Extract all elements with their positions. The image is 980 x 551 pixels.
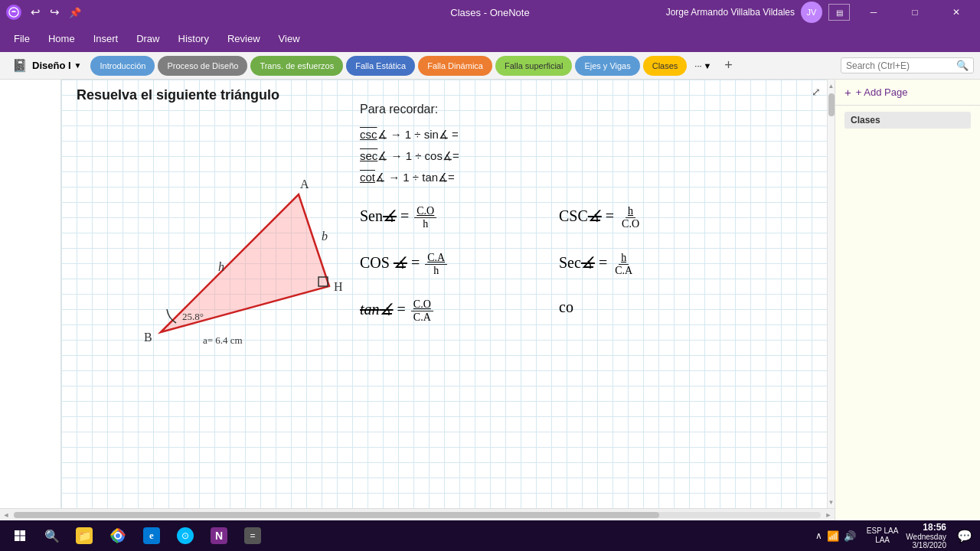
taskbar-onenote[interactable]: N xyxy=(204,522,234,549)
search-icon[interactable]: 🔍 xyxy=(956,60,969,71)
scroll-thumb[interactable] xyxy=(828,93,835,116)
formula-cot: cot∡ → 1 ÷ tan∡= xyxy=(360,168,812,187)
h-scroll-thumb[interactable] xyxy=(14,512,659,518)
formula-tan: tan∡ = C.O C.A xyxy=(360,298,559,324)
tab-falla-superficial[interactable]: Falla superficial xyxy=(495,56,572,76)
pin-button[interactable]: 📌 xyxy=(66,5,84,20)
redo-button[interactable]: ↪ xyxy=(47,4,63,21)
user-name: Jorge Armando Villalba Vildales xyxy=(666,7,795,18)
maximize-button[interactable]: □ xyxy=(897,0,933,24)
content-area: ⤢ Resuelva el siguiente triángulo A B xyxy=(0,80,835,520)
scroll-right-arrow[interactable]: ► xyxy=(822,510,835,520)
lang-indicator[interactable]: ESP LAA LAA xyxy=(867,527,899,545)
h-scroll-track[interactable] xyxy=(14,512,821,518)
scroll-left-arrow[interactable]: ◄ xyxy=(0,510,12,520)
clock-time: 18:56 xyxy=(906,522,946,533)
tab-trans[interactable]: Trans. de esfuerzos xyxy=(250,56,343,76)
svg-text:b: b xyxy=(322,230,328,243)
formula-cos: COS ∡ = C.A h xyxy=(360,252,559,277)
clock[interactable]: 18:56 Wednesday 3/18/2020 xyxy=(903,522,949,549)
formula-csc2: CSC∡ = h C.O xyxy=(559,205,758,230)
expand-icon[interactable]: ⤢ xyxy=(812,86,821,98)
menu-insert[interactable]: Insert xyxy=(86,30,126,47)
tab-clases[interactable]: Clases xyxy=(643,56,688,76)
svg-text:A: A xyxy=(300,178,309,191)
scroll-up-arrow[interactable]: ▲ xyxy=(828,80,835,92)
menu-view[interactable]: View xyxy=(271,30,308,47)
tab-introduccion[interactable]: Introducción xyxy=(90,56,155,76)
edge-icon: e xyxy=(143,527,160,544)
tray-chevron[interactable]: ∧ xyxy=(815,530,822,541)
minimize-button[interactable]: ─ xyxy=(856,0,891,24)
system-tray: ∧ 📶 🔊 xyxy=(809,530,862,542)
formula-co: co xyxy=(559,298,758,324)
triangle-svg: A B H b h 25.8° xyxy=(77,118,352,363)
ribbon-toggle[interactable]: ▤ xyxy=(828,4,850,21)
notebook-dropdown-icon: ▼ xyxy=(74,61,82,70)
taskbar-calculator[interactable]: = xyxy=(237,522,268,549)
pages-section: Clases xyxy=(835,106,980,135)
undo-redo-group: ↩ ↪ 📌 xyxy=(28,4,84,21)
formula-csc: csc∡ → 1 ÷ sin∡ = xyxy=(360,126,812,144)
svg-rect-11 xyxy=(15,530,20,536)
add-page-button[interactable]: + + Add Page xyxy=(835,80,980,106)
formula-sec2: Sec∡ = h C.A xyxy=(559,252,758,277)
main-area: ⤢ Resuelva el siguiente triángulo A B xyxy=(0,80,980,520)
taskbar-cortana[interactable]: ⊙ xyxy=(170,522,201,549)
tab-falla-dinamica[interactable]: Falla Dinámica xyxy=(418,56,492,76)
cortana-icon: ⊙ xyxy=(177,527,194,544)
clock-day: Wednesday xyxy=(906,533,946,541)
page-canvas[interactable]: ⤢ Resuelva el siguiente triángulo A B xyxy=(61,80,827,508)
formula-sen: Sen∡ = C.O h xyxy=(360,205,559,230)
tray-sound[interactable]: 🔊 xyxy=(844,530,856,542)
search-box: 🔍 xyxy=(841,57,974,73)
notebook-name: Diseño I xyxy=(32,60,71,71)
notebook-selector[interactable]: 📓 Diseño I ▼ xyxy=(6,55,87,76)
menu-draw[interactable]: Draw xyxy=(129,30,167,47)
titlebar-right: Jorge Armando Villalba Vildales JV ▤ ─ □… xyxy=(666,0,974,24)
clock-date-full: 3/18/2020 xyxy=(906,541,946,549)
tab-falla-estatica[interactable]: Falla Estática xyxy=(346,56,415,76)
scroll-track[interactable] xyxy=(828,92,835,496)
svg-text:B: B xyxy=(144,331,152,344)
menu-home[interactable]: Home xyxy=(41,30,83,47)
tab-more[interactable]: ··· ▼ xyxy=(690,60,716,72)
tab-proceso[interactable]: Proceso de Diseño xyxy=(158,56,247,76)
vertical-scrollbar[interactable]: ▲ ▼ xyxy=(827,80,835,508)
add-page-icon: + xyxy=(844,86,851,99)
menu-file[interactable]: File xyxy=(6,30,38,47)
window-title: Clases - OneNote xyxy=(450,7,529,18)
taskbar-search[interactable]: 🔍 xyxy=(38,523,66,548)
notification-button[interactable]: 💬 xyxy=(954,529,975,543)
content-scroll: ⤢ Resuelva el siguiente triángulo A B xyxy=(0,80,835,508)
user-avatar[interactable]: JV xyxy=(801,2,822,23)
taskbar-edge[interactable]: e xyxy=(136,522,167,549)
start-button[interactable] xyxy=(5,522,35,549)
titlebar-left: ↩ ↪ 📌 xyxy=(6,4,84,21)
horizontal-scrollbar[interactable]: ◄ ► xyxy=(0,508,835,520)
search-input[interactable] xyxy=(846,60,953,71)
svg-text:a= 6.4 cm: a= 6.4 cm xyxy=(203,334,243,346)
tab-more-dropdown-icon: ▼ xyxy=(704,61,712,70)
para-recordar-label: Para recordar: xyxy=(360,103,812,116)
taskbar-chrome[interactable] xyxy=(103,522,133,549)
undo-button[interactable]: ↩ xyxy=(28,4,44,21)
svg-point-17 xyxy=(116,533,120,538)
page-title: Resuelva el siguiente triángulo xyxy=(77,87,812,103)
taskbar-right: ∧ 📶 🔊 ESP LAA LAA 18:56 Wednesday 3/18/2… xyxy=(809,522,975,549)
formula-sec: sec∡ → 1 ÷ cos∡= xyxy=(360,147,812,165)
tab-ejes[interactable]: Ejes y Vigas xyxy=(575,56,639,76)
add-section-button[interactable]: + xyxy=(719,57,737,75)
close-button[interactable]: ✕ xyxy=(939,0,974,24)
taskbar-search-icon: 🔍 xyxy=(44,529,60,543)
menu-review[interactable]: Review xyxy=(220,30,268,47)
menu-history[interactable]: History xyxy=(171,30,217,47)
page-item-clases[interactable]: Clases xyxy=(844,112,971,129)
scroll-down-arrow[interactable]: ▼ xyxy=(828,496,835,508)
svg-rect-12 xyxy=(21,530,26,536)
svg-text:H: H xyxy=(334,280,343,293)
svg-rect-13 xyxy=(15,536,20,542)
taskbar-file-explorer[interactable]: 📁 xyxy=(69,522,100,549)
tray-network[interactable]: 📶 xyxy=(827,530,839,542)
chrome-icon xyxy=(109,527,126,544)
